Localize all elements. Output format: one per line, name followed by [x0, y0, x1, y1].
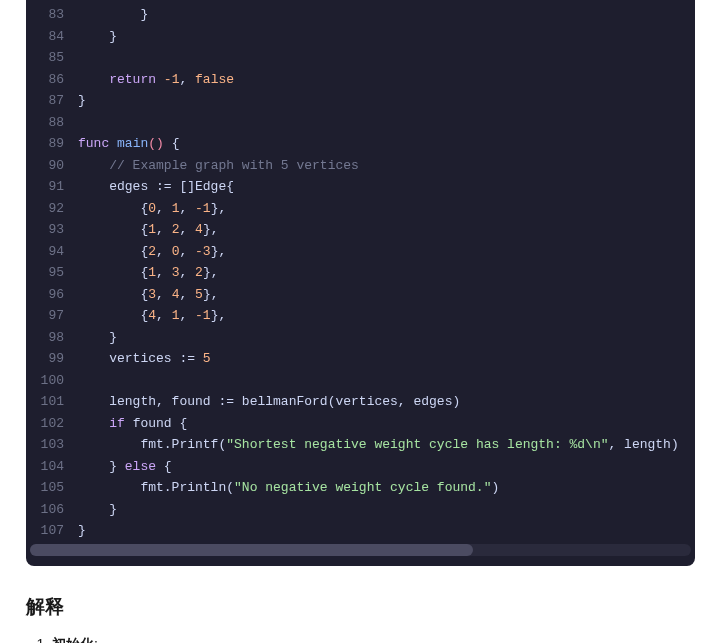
- code-line: 88: [26, 112, 695, 134]
- code-line: 101 length, found := bellmanFord(vertice…: [26, 391, 695, 413]
- list-item: 初始化:: [52, 636, 695, 644]
- code-lines: 83 }84 }8586 return -1, false87}8889func…: [26, 4, 695, 542]
- code-line: 86 return -1, false: [26, 69, 695, 91]
- code-line: 83 }: [26, 4, 695, 26]
- horizontal-scrollbar[interactable]: [30, 544, 691, 556]
- line-number: 92: [26, 198, 78, 220]
- code-line: 105 fmt.Println("No negative weight cycl…: [26, 477, 695, 499]
- line-code: }: [78, 90, 695, 112]
- line-number: 94: [26, 241, 78, 263]
- line-code: [78, 47, 695, 69]
- line-number: 98: [26, 327, 78, 349]
- line-number: 97: [26, 305, 78, 327]
- line-number: 100: [26, 370, 78, 392]
- code-line: 94 {2, 0, -3},: [26, 241, 695, 263]
- line-code: vertices := 5: [78, 348, 695, 370]
- code-block: 83 }84 }8586 return -1, false87}8889func…: [26, 0, 695, 566]
- line-number: 105: [26, 477, 78, 499]
- code-line: 92 {0, 1, -1},: [26, 198, 695, 220]
- line-number: 85: [26, 47, 78, 69]
- line-code: }: [78, 4, 695, 26]
- line-number: 106: [26, 499, 78, 521]
- line-number: 89: [26, 133, 78, 155]
- line-code: }: [78, 327, 695, 349]
- line-number: 96: [26, 284, 78, 306]
- line-code: fmt.Println("No negative weight cycle fo…: [78, 477, 695, 499]
- line-code: [78, 370, 695, 392]
- code-line: 106 }: [26, 499, 695, 521]
- code-line: 87}: [26, 90, 695, 112]
- line-number: 86: [26, 69, 78, 91]
- line-code: }: [78, 26, 695, 48]
- code-line: 100: [26, 370, 695, 392]
- line-code: {1, 2, 4},: [78, 219, 695, 241]
- code-line: 84 }: [26, 26, 695, 48]
- line-code: } else {: [78, 456, 695, 478]
- line-code: }: [78, 499, 695, 521]
- code-line: 104 } else {: [26, 456, 695, 478]
- line-number: 93: [26, 219, 78, 241]
- code-line: 96 {3, 4, 5},: [26, 284, 695, 306]
- list-item-title: 初始化: [52, 636, 94, 644]
- line-code: }: [78, 520, 695, 542]
- line-number: 91: [26, 176, 78, 198]
- line-number: 107: [26, 520, 78, 542]
- line-number: 88: [26, 112, 78, 134]
- line-number: 102: [26, 413, 78, 435]
- code-line: 102 if found {: [26, 413, 695, 435]
- line-code: if found {: [78, 413, 695, 435]
- line-number: 104: [26, 456, 78, 478]
- code-line: 95 {1, 3, 2},: [26, 262, 695, 284]
- line-number: 87: [26, 90, 78, 112]
- line-number: 90: [26, 155, 78, 177]
- code-line: 91 edges := []Edge{: [26, 176, 695, 198]
- line-code: return -1, false: [78, 69, 695, 91]
- code-line: 103 fmt.Printf("Shortest negative weight…: [26, 434, 695, 456]
- line-code: {2, 0, -3},: [78, 241, 695, 263]
- line-number: 101: [26, 391, 78, 413]
- scrollbar-thumb[interactable]: [30, 544, 473, 556]
- line-number: 95: [26, 262, 78, 284]
- line-code: length, found := bellmanFord(vertices, e…: [78, 391, 695, 413]
- code-line: 99 vertices := 5: [26, 348, 695, 370]
- line-code: // Example graph with 5 vertices: [78, 155, 695, 177]
- code-line: 90 // Example graph with 5 vertices: [26, 155, 695, 177]
- line-code: {4, 1, -1},: [78, 305, 695, 327]
- line-number: 83: [26, 4, 78, 26]
- explanation-section: 解释 初始化:: [26, 594, 695, 644]
- explanation-heading: 解释: [26, 594, 695, 620]
- code-line: 93 {1, 2, 4},: [26, 219, 695, 241]
- line-code: {3, 4, 5},: [78, 284, 695, 306]
- line-code: {0, 1, -1},: [78, 198, 695, 220]
- code-line: 89func main() {: [26, 133, 695, 155]
- list-item-suffix: :: [94, 636, 98, 644]
- code-line: 97 {4, 1, -1},: [26, 305, 695, 327]
- code-line: 107}: [26, 520, 695, 542]
- line-code: fmt.Printf("Shortest negative weight cyc…: [78, 434, 695, 456]
- explanation-list: 初始化:: [26, 636, 695, 644]
- line-number: 103: [26, 434, 78, 456]
- line-code: [78, 112, 695, 134]
- line-code: {1, 3, 2},: [78, 262, 695, 284]
- code-line: 98 }: [26, 327, 695, 349]
- line-number: 84: [26, 26, 78, 48]
- line-code: func main() {: [78, 133, 695, 155]
- code-line: 85: [26, 47, 695, 69]
- line-code: edges := []Edge{: [78, 176, 695, 198]
- line-number: 99: [26, 348, 78, 370]
